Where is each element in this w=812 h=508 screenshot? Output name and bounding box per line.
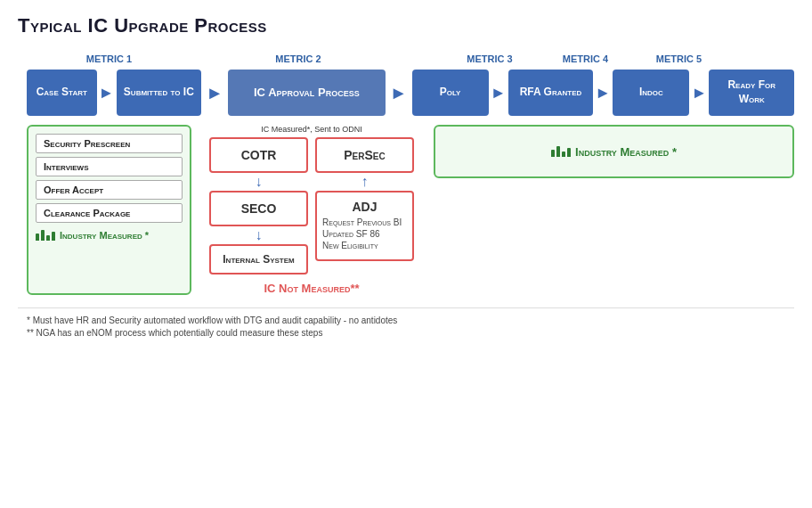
metrics-row: Metric 1 Metric 2 Metric 3 Metric 4 Metr… <box>18 53 794 64</box>
ready-for-work-box: Ready For Work <box>709 70 794 116</box>
adj-title: ADJ <box>322 200 407 214</box>
list-item-interviews: Interviews <box>36 157 183 176</box>
flow-row: Case Start ► Submitted to IC ► IC Approv… <box>18 70 794 116</box>
arrow5: ► <box>593 84 613 102</box>
metric2-label: Metric 2 <box>209 53 387 64</box>
list-item-offer: Offer Accept <box>36 180 183 200</box>
metric4-label: Metric 4 <box>539 53 632 64</box>
metric5-label: Metric 5 <box>632 53 726 64</box>
process-grid: COTR ↓ SECO ↓ Internal System PerSec ↑ A… <box>209 137 414 274</box>
poly-box: Poly <box>412 70 489 116</box>
list-item-security: Security Prescreen <box>36 134 183 153</box>
cotr-box: COTR <box>209 137 308 173</box>
ic-approval-box: IC Approval Process <box>228 70 385 116</box>
footnotes: * Must have HR and Security automated wo… <box>18 307 794 338</box>
right-industry-measured-panel: Industry Measured * <box>434 125 794 178</box>
arrow6: ► <box>689 84 709 102</box>
footnote-1: * Must have HR and Security automated wo… <box>27 315 794 325</box>
page-title: Typical IC Upgrade Process <box>18 14 794 37</box>
adj-item-1: Updated SF 86 <box>322 229 407 239</box>
cotr-arrow: ↓ <box>256 175 263 189</box>
footnote-2: ** NGA has an eNOM process which potenti… <box>27 328 794 338</box>
arrow4: ► <box>489 84 508 102</box>
persec-box: PerSec <box>315 137 414 173</box>
middle-section: IC Measured*, Sent to ODNI COTR ↓ SECO ↓… <box>209 125 414 295</box>
submitted-to-ic-box: Submitted to IC <box>117 70 202 116</box>
rfa-box: RFA Granted <box>508 70 594 116</box>
bar-chart-icon-left <box>36 230 55 241</box>
arrow2: ► <box>201 83 228 103</box>
seco-box: SECO <box>209 191 308 226</box>
adj-item-0: Request Previous BI <box>322 217 407 227</box>
adj-item-2: New Eligibility <box>322 241 407 250</box>
arrow1: ► <box>97 84 117 102</box>
case-start-box: Case Start <box>27 70 97 116</box>
left-industry-measured: Industry Measured * <box>36 230 183 241</box>
bar-chart-icon-right <box>551 146 571 157</box>
internal-system-box: Internal System <box>209 244 308 274</box>
metric1-label: Metric 1 <box>27 53 191 64</box>
arrow3: ► <box>386 83 412 103</box>
persec-adj-arrow: ↑ <box>361 175 369 189</box>
right-industry-measured: Industry Measured * <box>551 145 677 159</box>
left-green-panel: Security Prescreen Interviews Offer Acce… <box>27 125 191 295</box>
diagram-area: Metric 1 Metric 2 Metric 3 Metric 4 Metr… <box>18 53 794 295</box>
metric3-label: Metric 3 <box>441 53 539 64</box>
seco-arrow: ↓ <box>256 228 263 242</box>
adj-box: ADJ Request Previous BI Updated SF 86 Ne… <box>315 191 414 261</box>
ic-not-measured: IC Not Measured** <box>209 282 414 295</box>
lower-section: Security Prescreen Interviews Offer Acce… <box>18 125 794 295</box>
ic-measured-note: IC Measured*, Sent to ODNI <box>209 125 414 134</box>
indoc-box: Indoc <box>613 70 689 116</box>
list-item-clearance: Clearance Package <box>36 203 183 223</box>
